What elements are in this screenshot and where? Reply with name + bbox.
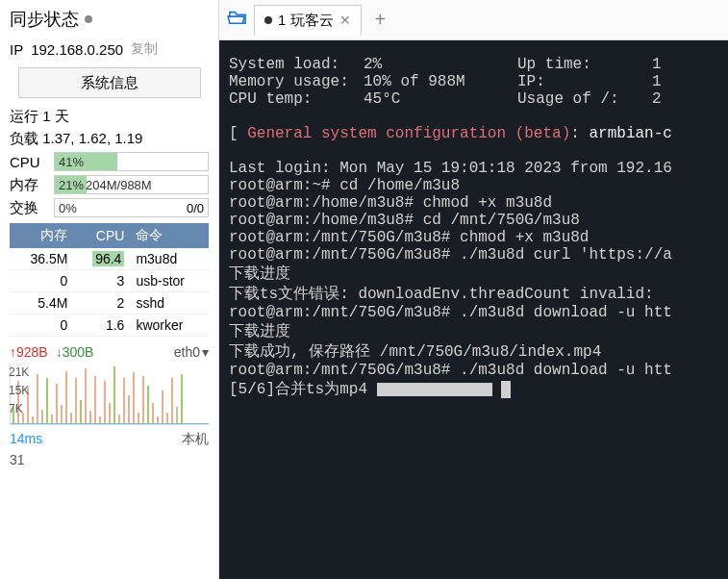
col-cmd[interactable]: 命令 xyxy=(130,223,209,248)
table-row[interactable]: 01.6kworker xyxy=(10,315,209,337)
ip-value: 192.168.0.250 xyxy=(31,41,123,58)
latency-row: 14ms 本机 xyxy=(10,431,209,446)
col-mem[interactable]: 内存 xyxy=(10,223,73,248)
tab-status-dot-icon xyxy=(264,16,272,24)
load-text: 负载 1.37, 1.62, 1.19 xyxy=(10,130,209,148)
cpu-row: CPU 41% xyxy=(10,152,209,171)
net-upload: ↑928B xyxy=(10,344,48,360)
memory-bar: 21%204M/988M xyxy=(54,175,209,194)
tab-label: 1 玩客云 xyxy=(278,12,334,30)
sync-status-title: 同步状态 xyxy=(10,8,209,31)
main-panel: 1 玩客云 ✕ + System load:2%Up time:1Memory … xyxy=(219,0,728,579)
col-cpu[interactable]: CPU xyxy=(73,223,130,248)
network-sparkline: 21K 15K 7K xyxy=(10,364,209,425)
close-icon[interactable]: ✕ xyxy=(339,13,351,28)
chevron-down-icon: ▾ xyxy=(202,344,209,360)
copy-button[interactable]: 复制 xyxy=(131,40,158,58)
system-info-button[interactable]: 系统信息 xyxy=(18,67,201,98)
latency-value: 31 xyxy=(10,452,209,467)
ip-row: IP 192.168.0.250 复制 xyxy=(10,40,209,58)
ip-label: IP xyxy=(10,41,23,58)
swap-bar: 0% 0/0 xyxy=(54,198,209,217)
status-dot-icon xyxy=(85,15,92,23)
host-selector[interactable]: 本机 xyxy=(182,431,209,448)
network-stats: ↑928B ↓300B eth0 ▾ xyxy=(10,344,209,360)
net-interface-selector[interactable]: eth0 ▾ xyxy=(174,344,209,360)
memory-row: 内存 21%204M/988M xyxy=(10,175,209,194)
cpu-label: CPU xyxy=(10,154,50,170)
table-row[interactable]: 36.5M96.4m3u8d xyxy=(10,248,209,270)
tab-active[interactable]: 1 玩客云 ✕ xyxy=(254,5,362,36)
add-tab-button[interactable]: + xyxy=(367,9,394,31)
swap-row: 交换 0% 0/0 xyxy=(10,198,209,217)
table-row[interactable]: 5.4M2sshd xyxy=(10,292,209,315)
table-row[interactable]: 03usb-stor xyxy=(10,270,209,292)
sidebar: 同步状态 IP 192.168.0.250 复制 系统信息 运行 1 天 负载 … xyxy=(0,0,219,579)
folder-icon[interactable] xyxy=(227,9,248,31)
process-table: 内存 CPU 命令 36.5M96.4m3u8d03usb-stor5.4M2s… xyxy=(10,223,209,337)
terminal[interactable]: System load:2%Up time:1Memory usage:10% … xyxy=(219,40,728,579)
cpu-bar: 41% xyxy=(54,152,209,171)
swap-label: 交换 xyxy=(10,199,50,217)
uptime-text: 运行 1 天 xyxy=(10,108,209,126)
memory-label: 内存 xyxy=(10,176,50,194)
tab-bar: 1 玩客云 ✕ + xyxy=(219,0,728,40)
net-download: ↓300B xyxy=(56,344,94,360)
